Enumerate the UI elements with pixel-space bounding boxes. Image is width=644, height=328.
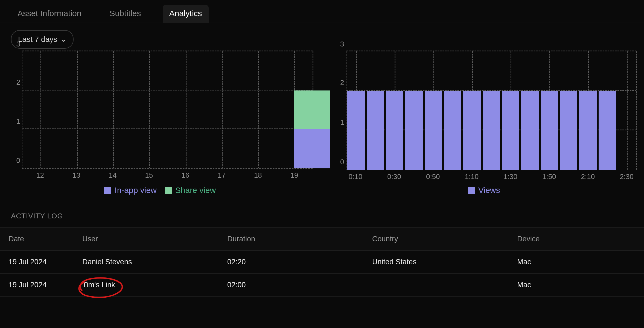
bar [560, 91, 578, 170]
x-tick: 1:10 [465, 172, 479, 181]
bar [541, 91, 558, 170]
plot-area [22, 51, 313, 169]
legend-in-app-view: In-app view [104, 186, 156, 195]
legend-label: Share view [175, 186, 216, 195]
cell-duration: 02:20 [219, 251, 364, 274]
swatch-icon [468, 187, 475, 194]
table-header-row: Date User Duration Country Device [0, 228, 644, 251]
bar [405, 91, 423, 170]
activity-log-title: ACTIVITY LOG [0, 195, 644, 227]
legend-share-view: Share view [165, 186, 216, 195]
bar [483, 91, 500, 170]
bar [367, 91, 384, 170]
table-row[interactable]: 19 Jul 2024Tim's Link02:00Mac [0, 274, 644, 297]
y-tick: 1 [340, 118, 344, 127]
bar [294, 129, 330, 168]
y-tick: 3 [340, 40, 344, 48]
cell-duration: 02:00 [219, 274, 364, 297]
y-tick: 0 [16, 156, 20, 165]
cell-country [364, 274, 509, 297]
x-tick: 1:50 [542, 172, 556, 181]
cell-device: Mac [509, 251, 644, 274]
time-range-dropdown[interactable]: Last 7 days [11, 30, 74, 49]
cell-date: 19 Jul 2024 [0, 274, 74, 297]
col-duration[interactable]: Duration [219, 228, 364, 251]
tab-bar: Asset Information Subtitles Analytics [0, 0, 644, 22]
col-user[interactable]: User [74, 228, 219, 251]
swatch-icon [104, 187, 111, 194]
y-tick: 3 [16, 40, 20, 48]
cell-date: 19 Jul 2024 [0, 251, 74, 274]
bar [579, 91, 597, 170]
y-tick: 2 [340, 78, 344, 87]
cell-user: Tim's Link [74, 274, 219, 297]
legend-views: Views [468, 186, 500, 195]
tab-subtitles[interactable]: Subtitles [103, 5, 147, 23]
x-tick: 0:50 [426, 172, 440, 181]
legend-left: In-app view Share view [8, 186, 313, 195]
bar [599, 91, 616, 170]
x-tick: 18 [240, 171, 276, 180]
legend-label: Views [478, 186, 500, 195]
charts-row: 0 1 2 3 1213141516171819 In-app view Sha… [0, 51, 644, 195]
cell-device: Mac [509, 274, 644, 297]
x-axis-right: 0:100:300:501:101:301:502:102:30 [346, 170, 637, 180]
col-device[interactable]: Device [509, 228, 644, 251]
views-by-timecode-chart: 0 1 2 3 0:100:300:501:101:301:502:102:30… [332, 51, 637, 195]
x-tick: 16 [167, 171, 203, 180]
col-country[interactable]: Country [364, 228, 509, 251]
x-tick: 0:30 [387, 172, 401, 181]
y-tick: 2 [16, 78, 20, 86]
x-tick: 15 [131, 171, 167, 180]
col-date[interactable]: Date [0, 228, 74, 251]
bar [502, 91, 520, 170]
legend-right: Views [332, 186, 637, 195]
plot-area [346, 51, 637, 170]
bar [425, 91, 442, 170]
x-axis-left: 1213141516171819 [22, 169, 313, 180]
swatch-icon [165, 187, 172, 194]
tab-analytics[interactable]: Analytics [163, 5, 209, 23]
x-tick: 12 [22, 171, 58, 180]
bar [463, 91, 481, 170]
x-tick: 13 [58, 171, 95, 180]
x-tick: 19 [276, 171, 313, 180]
legend-label: In-app view [115, 186, 156, 195]
y-tick: 1 [16, 117, 20, 125]
x-tick: 1:30 [503, 172, 517, 181]
bar [294, 90, 330, 130]
x-tick: 17 [203, 171, 240, 180]
activity-log-table: Date User Duration Country Device 19 Jul… [0, 227, 644, 297]
tab-asset-information[interactable]: Asset Information [11, 5, 88, 23]
bar [386, 91, 403, 170]
analytics-panel: Asset Information Subtitles Analytics La… [0, 0, 644, 328]
annotation-circle [74, 275, 128, 299]
table-row[interactable]: 19 Jul 2024Daniel Stevens02:20United Sta… [0, 251, 644, 274]
x-tick: 0:10 [349, 172, 363, 181]
bar [347, 91, 365, 170]
chevron-down-icon [61, 37, 66, 42]
x-tick: 2:10 [581, 172, 595, 181]
y-axis-left: 0 1 2 3 [8, 51, 22, 169]
bar [521, 91, 539, 170]
views-by-day-chart: 0 1 2 3 1213141516171819 In-app view Sha… [8, 51, 313, 195]
x-tick: 14 [95, 171, 131, 180]
x-tick: 2:30 [620, 172, 634, 181]
bar [444, 91, 462, 170]
y-axis-right: 0 1 2 3 [332, 51, 346, 170]
filter-bar: Last 7 days [0, 22, 644, 51]
cell-country: United States [364, 251, 509, 274]
cell-user: Daniel Stevens [74, 251, 219, 274]
time-range-label: Last 7 days [18, 35, 57, 44]
y-tick: 0 [340, 158, 344, 166]
